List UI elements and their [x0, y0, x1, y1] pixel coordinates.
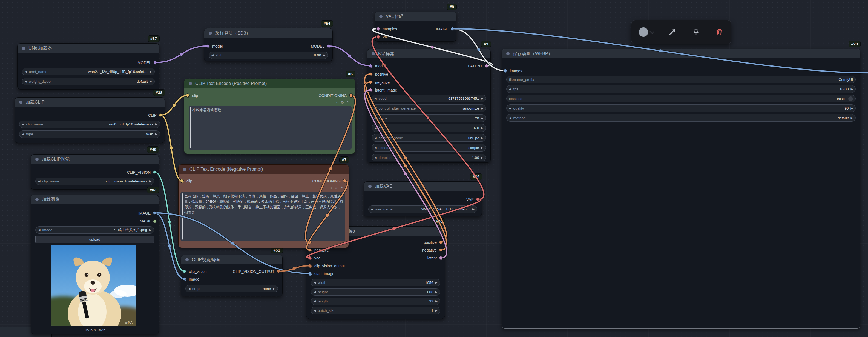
bypass-button[interactable] — [668, 27, 677, 37]
widget-control_after_generate[interactable]: ◀control_after_generaterandomize▶ — [372, 104, 486, 112]
increment-arrow-icon[interactable]: ▶ — [472, 208, 474, 211]
increment-arrow-icon[interactable]: ▶ — [851, 117, 853, 119]
widget-fps[interactable]: ◀fps16.00▶ — [506, 85, 856, 93]
collapse-dot-icon[interactable] — [183, 168, 186, 171]
negative-input-port[interactable] — [369, 81, 373, 84]
decrement-arrow-icon[interactable]: ◀ — [509, 107, 511, 110]
increment-arrow-icon[interactable]: ▶ — [481, 97, 483, 100]
decrement-arrow-icon[interactable]: ◀ — [38, 228, 40, 232]
node-3[interactable]: K采样器#3modelpositivenegativelatent_imageL… — [367, 49, 491, 163]
CLIP_VISION-output-port[interactable] — [153, 171, 157, 174]
widget-length[interactable]: ◀length33▶ — [311, 298, 440, 305]
widget-height[interactable]: ◀height608▶ — [311, 288, 440, 296]
node-header[interactable]: VAE解码 — [375, 12, 456, 21]
LATENT-output-port[interactable] — [485, 64, 489, 68]
increment-arrow-icon[interactable]: ▶ — [481, 146, 483, 149]
MODEL-output-port[interactable] — [154, 61, 157, 65]
increment-arrow-icon[interactable]: ▶ — [155, 132, 157, 135]
node-6[interactable]: CLIP Text Encode (Positive Prompt)#6clip… — [184, 79, 355, 154]
increment-arrow-icon[interactable]: ▶ — [851, 107, 853, 110]
circle-icon[interactable]: ○ — [330, 186, 332, 190]
node-header[interactable]: 保存动画（WEBP） — [502, 49, 860, 58]
node-52[interactable]: 加载图像#52IMAGEMASK◀image生成土松犬图片.png▶upload — [31, 194, 159, 334]
clip-input-port[interactable] — [181, 180, 184, 183]
increment-arrow-icon[interactable]: ▶ — [481, 136, 483, 140]
increment-arrow-icon[interactable]: ▶ — [435, 309, 438, 312]
vae-input-port[interactable] — [308, 256, 312, 260]
speaker-icon[interactable] — [346, 100, 350, 104]
increment-arrow-icon[interactable]: ▶ — [149, 228, 151, 232]
increment-arrow-icon[interactable]: ▶ — [851, 88, 853, 91]
widget-image[interactable]: ◀image生成土松犬图片.png▶ — [35, 226, 154, 234]
clip-input-port[interactable] — [186, 94, 190, 97]
widget-batch_size[interactable]: ◀batch_size1▶ — [311, 307, 440, 314]
widget-clip_name[interactable]: ◀clip_nameclip_vision_h.safetensors▶ — [35, 178, 154, 185]
node-header[interactable]: K采样器 — [367, 49, 490, 58]
latent_image-input-port[interactable] — [369, 89, 373, 92]
positive-input-port[interactable] — [369, 72, 373, 76]
decrement-arrow-icon[interactable]: ◀ — [374, 136, 376, 140]
node-header[interactable]: 加载CLIP — [15, 97, 164, 107]
widget-filename_prefix[interactable]: filename_prefixComfyUI — [506, 75, 856, 83]
increment-arrow-icon[interactable]: ▶ — [481, 107, 483, 110]
node-38[interactable]: 加载CLIP#38CLIP◀clip_nameumt5_xxl_fp16.saf… — [14, 97, 165, 143]
gear-icon[interactable]: ⚙ — [334, 186, 338, 190]
node-header[interactable]: CLIP视觉编码 — [181, 255, 282, 265]
increment-arrow-icon[interactable]: ▶ — [150, 80, 152, 83]
CONDITIONING-output-port[interactable] — [343, 180, 347, 183]
node-header[interactable]: 加载VAE — [364, 182, 482, 191]
increment-arrow-icon[interactable]: ▶ — [435, 290, 438, 294]
prompt-textarea[interactable]: 色调艳丽，过曝，静态，细节模糊不清，字幕，风格，作品，画作，画面，静止，整体发灰… — [181, 192, 345, 241]
collapse-dot-icon[interactable] — [22, 47, 25, 50]
widget-sampler_name[interactable]: ◀sampler_nameuni_pc▶ — [372, 134, 486, 142]
node-color-button[interactable] — [639, 27, 653, 37]
node-header[interactable]: 加载CLIP视觉 — [31, 155, 159, 164]
widget-lossless[interactable]: losslessfalse — [506, 95, 856, 102]
IMAGE-output-port[interactable] — [451, 27, 454, 31]
decrement-arrow-icon[interactable]: ◀ — [313, 309, 316, 312]
images-input-port[interactable] — [504, 69, 507, 73]
widget-upload[interactable]: upload — [35, 236, 154, 243]
collapse-dot-icon[interactable] — [379, 15, 382, 18]
circle-icon[interactable]: ○ — [336, 100, 338, 104]
decrement-arrow-icon[interactable]: ◀ — [313, 281, 316, 284]
decrement-arrow-icon[interactable]: ◀ — [25, 80, 27, 83]
widget-crop[interactable]: ◀cropnone▶ — [185, 285, 278, 292]
widget-vae_name[interactable]: ◀vae_nameWan2_1_VAE_bf16.safeten…▶ — [368, 206, 477, 213]
decrement-arrow-icon[interactable]: ◀ — [374, 107, 376, 110]
widget-denoise[interactable]: ◀denoise1.00▶ — [372, 154, 486, 161]
widget-seed[interactable]: ◀seed937175639637451▶ — [372, 94, 486, 102]
node-54[interactable]: 采样算法（SD3）#54modelMODEL◀shift8.00▶ — [204, 28, 333, 61]
collapse-dot-icon[interactable] — [368, 185, 372, 188]
toggle-knob[interactable] — [848, 96, 853, 101]
gear-icon[interactable]: ⚙ — [341, 100, 344, 104]
decrement-arrow-icon[interactable]: ◀ — [313, 300, 316, 303]
increment-arrow-icon[interactable]: ▶ — [273, 287, 275, 290]
decrement-arrow-icon[interactable]: ◀ — [509, 88, 511, 91]
widget-method[interactable]: ◀methoddefault▶ — [506, 114, 856, 122]
node-header[interactable]: 加载图像 — [31, 195, 159, 204]
delete-button[interactable] — [715, 28, 724, 36]
CONDITIONING-output-port[interactable] — [349, 94, 353, 97]
negative-input-port[interactable] — [308, 248, 312, 252]
widget-clip_name[interactable]: ◀clip_nameumt5_xxl_fp16.safetensors▶ — [19, 121, 160, 128]
collapse-dot-icon[interactable] — [372, 52, 375, 55]
widget-weight_dtype[interactable]: ◀weight_dtypedefault▶ — [22, 78, 155, 85]
pin-button[interactable] — [692, 28, 701, 36]
CLIP_VISION_OUTPUT-output-port[interactable] — [277, 270, 280, 273]
decrement-arrow-icon[interactable]: ◀ — [25, 70, 27, 73]
collapse-dot-icon[interactable] — [35, 157, 39, 161]
model-input-port[interactable] — [206, 45, 210, 48]
widget-shift[interactable]: ◀shift8.00▶ — [209, 52, 328, 59]
node-51[interactable]: CLIP视觉编码#51clip_visionimageCLIP_VISION_O… — [181, 255, 283, 297]
widget-steps[interactable]: ◀steps20▶ — [372, 114, 486, 122]
MASK-output-port[interactable] — [153, 219, 157, 223]
widget-scheduler[interactable]: ◀schedulersimple▶ — [372, 144, 486, 152]
increment-arrow-icon[interactable]: ▶ — [323, 54, 325, 57]
widget-type[interactable]: ◀typewan▶ — [19, 130, 160, 138]
widget-width[interactable]: ◀width1056▶ — [311, 279, 440, 286]
decrement-arrow-icon[interactable]: ◀ — [374, 127, 376, 130]
increment-arrow-icon[interactable]: ▶ — [481, 127, 483, 130]
speaker-icon[interactable] — [340, 185, 344, 190]
node-graph-canvas[interactable]: UNet加载器#37MODEL◀unet_namewan2.1_i2v_480p… — [0, 0, 868, 337]
